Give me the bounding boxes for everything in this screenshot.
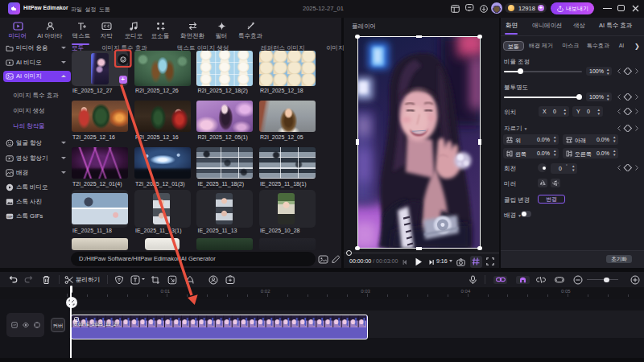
svg-text:GIF: GIF (7, 214, 13, 218)
